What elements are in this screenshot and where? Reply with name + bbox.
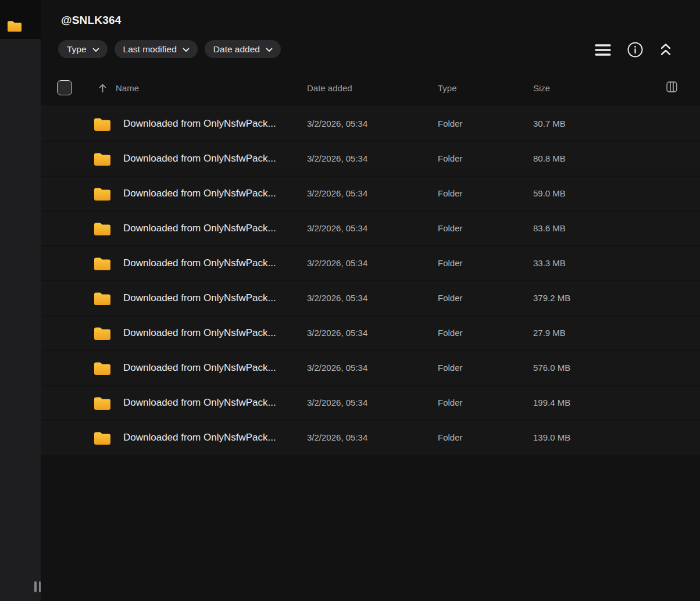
file-type: Folder	[438, 119, 463, 128]
sort-direction-button[interactable]	[97, 82, 108, 94]
file-row[interactable]: Downloaded from OnlyNsfwPack... 3/2/2026…	[41, 142, 700, 176]
info-circle-icon	[627, 42, 643, 58]
list-view-button[interactable]	[594, 41, 612, 59]
info-button[interactable]	[626, 41, 644, 59]
file-size: 33.3 MB	[533, 258, 566, 268]
folder-icon	[94, 117, 110, 131]
file-row[interactable]: Downloaded from OnlyNsfwPack... 3/2/2026…	[41, 386, 700, 420]
sidebar-item-files[interactable]	[0, 0, 41, 39]
file-type: Folder	[438, 188, 463, 198]
file-name: Downloaded from OnlyNsfwPack...	[123, 153, 276, 164]
file-size: 83.6 MB	[533, 223, 566, 233]
filter-chip-label: Last modified	[123, 44, 177, 55]
file-row[interactable]: Downloaded from OnlyNsfwPack... 3/2/2026…	[41, 351, 700, 385]
file-name: Downloaded from OnlyNsfwPack...	[123, 397, 276, 409]
folder-icon	[8, 20, 22, 32]
filter-chip-label: Date added	[213, 44, 260, 55]
file-type: Folder	[438, 432, 463, 442]
file-date-added: 3/2/2026, 05:34	[307, 328, 367, 338]
file-type: Folder	[438, 363, 463, 373]
file-name: Downloaded from OnlyNsfwPack...	[123, 188, 276, 199]
file-name: Downloaded from OnlyNsfwPack...	[123, 327, 276, 339]
file-name: Downloaded from OnlyNsfwPack...	[123, 362, 276, 374]
file-date-added: 3/2/2026, 05:34	[307, 293, 367, 303]
filter-chip-date-added[interactable]: Date added	[205, 40, 281, 58]
page-title: @SNLK364	[61, 14, 700, 26]
file-size: 59.0 MB	[533, 188, 566, 198]
file-date-added: 3/2/2026, 05:34	[307, 432, 367, 442]
file-name: Downloaded from OnlyNsfwPack...	[123, 223, 276, 234]
file-row[interactable]: Downloaded from OnlyNsfwPack... 3/2/2026…	[41, 316, 700, 350]
file-name: Downloaded from OnlyNsfwPack...	[123, 292, 276, 304]
folder-icon	[94, 291, 110, 305]
file-size: 27.9 MB	[533, 328, 566, 338]
file-date-added: 3/2/2026, 05:34	[307, 398, 367, 407]
column-header-type[interactable]: Type	[438, 83, 457, 93]
select-all-checkbox[interactable]	[57, 80, 72, 95]
collapse-button[interactable]	[658, 41, 673, 58]
chevron-down-icon	[266, 48, 273, 52]
columns-icon	[666, 81, 677, 92]
filter-chip-label: Type	[67, 44, 87, 55]
file-name: Downloaded from OnlyNsfwPack...	[123, 257, 276, 269]
folder-icon	[94, 152, 110, 166]
column-settings-button[interactable]	[665, 80, 678, 95]
file-size: 30.7 MB	[533, 119, 566, 128]
file-row[interactable]: Downloaded from OnlyNsfwPack... 3/2/2026…	[41, 421, 700, 455]
file-size: 576.0 MB	[533, 363, 570, 373]
chevron-down-icon	[183, 48, 190, 52]
filter-chip-type[interactable]: Type	[58, 40, 108, 58]
folder-icon	[94, 396, 110, 410]
column-header-name[interactable]: Name	[116, 83, 139, 93]
header-actions	[594, 41, 673, 59]
file-type: Folder	[438, 153, 463, 163]
file-name: Downloaded from OnlyNsfwPack...	[123, 432, 276, 443]
file-date-added: 3/2/2026, 05:34	[307, 258, 367, 268]
folder-icon	[94, 431, 110, 445]
sidebar	[0, 0, 41, 601]
file-date-added: 3/2/2026, 05:34	[307, 153, 367, 163]
folder-icon	[94, 361, 110, 375]
double-chevron-up-icon	[659, 42, 672, 57]
file-type: Folder	[438, 223, 463, 233]
folder-icon	[94, 187, 110, 201]
file-row[interactable]: Downloaded from OnlyNsfwPack... 3/2/2026…	[41, 107, 700, 141]
file-date-added: 3/2/2026, 05:34	[307, 119, 367, 128]
file-list: Downloaded from OnlyNsfwPack... 3/2/2026…	[41, 107, 700, 455]
chevron-down-icon	[92, 48, 99, 52]
main-content: @SNLK364 Type Last modified Date added	[41, 0, 700, 601]
filter-chip-last-modified[interactable]: Last modified	[115, 40, 198, 58]
file-row[interactable]: Downloaded from OnlyNsfwPack... 3/2/2026…	[41, 212, 700, 245]
file-date-added: 3/2/2026, 05:34	[307, 363, 367, 373]
folder-icon	[94, 326, 110, 340]
file-type: Folder	[438, 398, 463, 407]
list-lines-icon	[595, 42, 611, 58]
file-size: 199.4 MB	[533, 398, 570, 407]
file-type: Folder	[438, 293, 463, 303]
column-header-size[interactable]: Size	[533, 83, 550, 93]
file-date-added: 3/2/2026, 05:34	[307, 188, 367, 198]
file-size: 379.2 MB	[533, 293, 570, 303]
file-type: Folder	[438, 258, 463, 268]
file-type: Folder	[438, 328, 463, 338]
file-name: Downloaded from OnlyNsfwPack...	[123, 118, 276, 130]
arrow-up-icon	[98, 83, 107, 93]
file-date-added: 3/2/2026, 05:34	[307, 223, 367, 233]
file-size: 139.0 MB	[533, 432, 570, 442]
folder-icon	[94, 221, 110, 235]
file-row[interactable]: Downloaded from OnlyNsfwPack... 3/2/2026…	[41, 246, 700, 280]
table-header: Name Date added Type Size	[41, 70, 700, 106]
file-size: 80.8 MB	[533, 153, 566, 163]
file-row[interactable]: Downloaded from OnlyNsfwPack... 3/2/2026…	[41, 281, 700, 315]
folder-icon	[94, 256, 110, 270]
resize-grip-icon	[34, 581, 37, 592]
column-header-date-added[interactable]: Date added	[307, 83, 352, 93]
file-row[interactable]: Downloaded from OnlyNsfwPack... 3/2/2026…	[41, 177, 700, 210]
